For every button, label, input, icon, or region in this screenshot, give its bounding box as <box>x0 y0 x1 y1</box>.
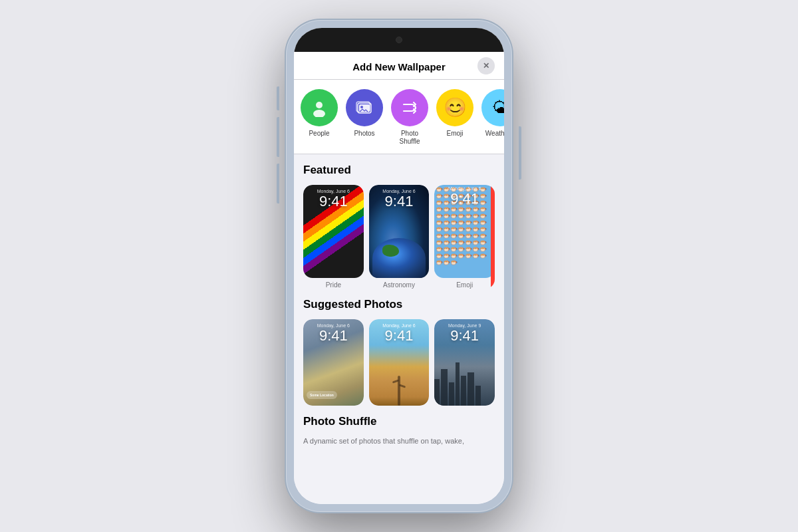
volume-silent-button <box>277 86 279 110</box>
photo-shuffle-section: Photo Shuffle A dynamic set of photos th… <box>303 415 495 446</box>
city-buildings <box>434 366 495 406</box>
photos-icon-circle <box>346 89 383 126</box>
people-icon <box>310 98 329 117</box>
svg-point-0 <box>316 102 323 108</box>
suggested-section: Suggested Photos Monday, June 6 9:41 Som… <box>303 298 495 406</box>
wallpaper-card-astronomy[interactable]: Monday, June 6 9:41 Astronomy <box>369 185 430 289</box>
featured-title: Featured <box>303 164 495 177</box>
weather-label: Weathe… <box>485 130 504 138</box>
photos-icon <box>355 98 374 117</box>
emoji-icon-circle: 😊 <box>436 89 473 126</box>
category-weather[interactable]: 🌤 Weathe… <box>481 89 504 146</box>
desert-time: 9:41 <box>372 329 426 343</box>
categories-row: People Photos <box>294 80 504 154</box>
power-button <box>519 126 521 180</box>
urban-time: 9:41 <box>307 329 360 343</box>
volume-up-button <box>277 117 279 157</box>
pride-time: 9:41 <box>307 194 360 209</box>
astronomy-background: Monday, June 6 9:41 <box>369 185 430 278</box>
people-icon-circle <box>301 89 338 126</box>
photo-shuffle-title: Photo Shuffle <box>303 415 495 428</box>
phone-top-bar <box>294 28 504 52</box>
phone-screen: Add New Wallpaper ✕ <box>294 28 504 504</box>
tree-silhouette <box>392 366 406 406</box>
pride-background: Monday, June 6 9:41 <box>303 185 364 278</box>
weather-icon: 🌤 <box>492 98 504 117</box>
astronomy-time: 9:41 <box>372 194 426 209</box>
city-time: 9:41 <box>438 329 491 343</box>
featured-grid: Monday, June 6 9:41 Pride Monday, June 6… <box>303 185 495 289</box>
front-camera <box>396 37 402 43</box>
category-people[interactable]: People <box>301 89 338 146</box>
wallpaper-card-emoji[interactable]: 🐡🐡🐡🐡🐡🐡🐡🐡🐡🐡🐡🐡🐡🐡🐡🐡🐡🐡🐡🐡🐡🐡🐡🐡🐡🐡🐡🐡🐡🐡🐡🐡🐡🐡🐡🐡🐡🐡🐡🐡… <box>434 185 495 289</box>
emoji-wall-background: 🐡🐡🐡🐡🐡🐡🐡🐡🐡🐡🐡🐡🐡🐡🐡🐡🐡🐡🐡🐡🐡🐡🐡🐡🐡🐡🐡🐡🐡🐡🐡🐡🐡🐡🐡🐡🐡🐡🐡🐡… <box>434 185 495 278</box>
shuffle-icon <box>400 98 419 117</box>
earth-land <box>382 245 399 257</box>
suggested-card-urban[interactable]: Monday, June 6 9:41 Some Location <box>303 319 364 406</box>
city-photo-bg: Monday, June 9 9:41 <box>434 319 495 406</box>
emoji-icon: 😊 <box>444 98 467 117</box>
widget-text: Some Location <box>310 393 334 397</box>
photo-shuffle-desc: A dynamic set of photos that shuffle on … <box>303 436 495 446</box>
people-label: People <box>309 130 329 138</box>
photos-label: Photos <box>354 130 374 138</box>
wallpaper-card-pride[interactable]: Monday, June 6 9:41 Pride <box>303 185 364 289</box>
scrollable-content[interactable]: Featured Monday, June 6 9:41 Pride <box>294 154 504 504</box>
volume-down-button <box>277 164 279 203</box>
earth-visual <box>372 238 426 278</box>
category-emoji[interactable]: 😊 Emoji <box>436 89 473 146</box>
desert-photo-bg: Monday, June 6 9:41 <box>369 319 430 406</box>
shuffle-icon-circle <box>391 89 428 126</box>
close-icon: ✕ <box>483 62 489 70</box>
wallpaper-modal: Add New Wallpaper ✕ <box>294 52 504 504</box>
category-photos[interactable]: Photos <box>346 89 383 146</box>
svg-point-1 <box>313 110 325 117</box>
svg-point-5 <box>360 106 363 108</box>
widget-overlay: Some Location <box>307 391 337 399</box>
screen-content: Add New Wallpaper ✕ <box>294 52 504 504</box>
photo-shuffle-label: PhotoShuffle <box>400 130 420 146</box>
suggested-title: Suggested Photos <box>303 298 495 311</box>
suggested-card-desert[interactable]: Monday, June 6 9:41 <box>369 319 430 406</box>
suggested-grid: Monday, June 6 9:41 Some Location <box>303 319 495 406</box>
phone-frame: Add New Wallpaper ✕ <box>286 20 512 512</box>
close-button[interactable]: ✕ <box>477 57 495 74</box>
emoji-wall-time: 9:41 <box>436 192 493 206</box>
emoji-wall-label: Emoji <box>434 281 495 289</box>
weather-icon-circle: 🌤 <box>481 89 504 126</box>
astronomy-label: Astronomy <box>369 281 430 289</box>
emoji-label: Emoji <box>446 130 463 138</box>
category-photo-shuffle[interactable]: PhotoShuffle <box>391 89 428 146</box>
modal-header: Add New Wallpaper ✕ <box>294 52 504 80</box>
modal-title: Add New Wallpaper <box>352 61 445 72</box>
suggested-card-city[interactable]: Monday, June 9 9:41 <box>434 319 495 406</box>
pride-label: Pride <box>303 281 364 289</box>
featured-section: Featured Monday, June 6 9:41 Pride <box>303 164 495 289</box>
urban-photo-bg: Monday, June 6 9:41 Some Location <box>303 319 364 406</box>
